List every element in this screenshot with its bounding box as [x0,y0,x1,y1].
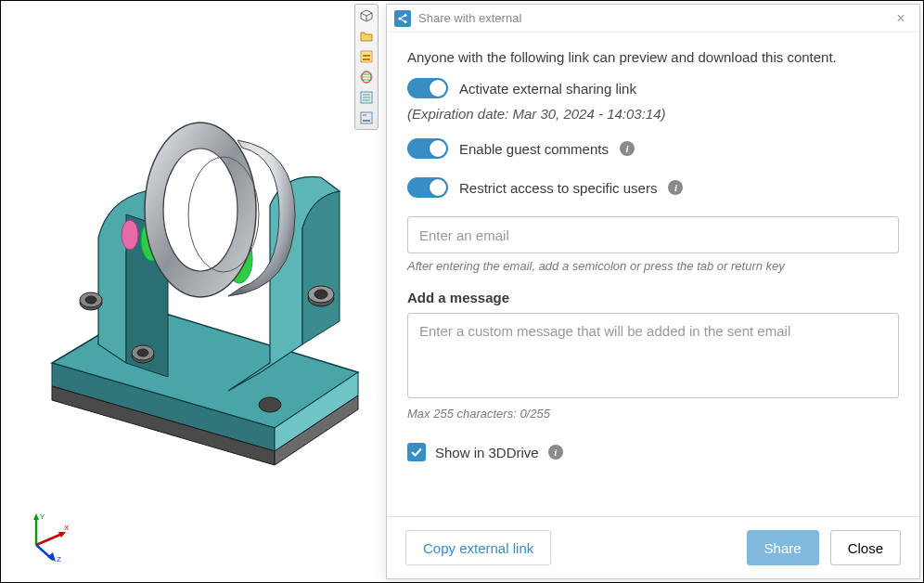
dialog-header: Share with external × [387,5,919,32]
svg-marker-17 [33,513,39,520]
svg-rect-34 [363,114,366,116]
dialog-body: Anyone with the following link can previ… [387,32,919,516]
close-icon[interactable]: × [892,9,910,28]
svg-point-8 [85,296,96,304]
svg-point-15 [259,397,281,412]
axis-triad: Y X Z [18,506,73,562]
viewport-3d[interactable]: Y X Z [1,1,386,582]
tool-panel-icon[interactable] [356,47,377,66]
svg-line-19 [36,534,62,545]
info-icon[interactable]: i [668,180,683,195]
show-in-drive-label: Show in 3DDrive [435,445,539,460]
close-button[interactable]: Close [830,530,901,565]
intro-text: Anyone with the following link can previ… [407,49,899,65]
svg-text:Y: Y [40,512,45,521]
side-toolbar [354,4,379,130]
svg-rect-35 [363,120,370,122]
tool-globe-icon[interactable] [356,68,377,86]
restrict-row: Restrict access to specific users i [407,177,899,198]
restrict-label: Restrict access to specific users [459,180,657,196]
message-textarea[interactable] [407,313,899,398]
share-button[interactable]: Share [747,530,819,565]
tool-cube-icon[interactable] [356,6,377,25]
guest-comments-label: Enable guest comments [459,141,609,157]
guest-comments-toggle[interactable] [407,138,448,159]
info-icon[interactable]: i [548,445,563,460]
show-in-drive-row: Show in 3DDrive i [407,443,899,461]
share-icon [394,10,411,27]
svg-text:Z: Z [57,555,61,562]
email-hint: After entering the email, add a semicolo… [407,259,899,273]
message-section-label: Add a message [407,290,899,305]
activate-toggle[interactable] [407,78,448,98]
expiration-text: (Expiration date: Mar 30, 2024 - 14:03:1… [407,106,899,122]
svg-text:X: X [64,524,70,532]
info-icon[interactable]: i [620,141,635,156]
show-in-drive-checkbox[interactable] [407,443,426,461]
activate-label: Activate external sharing link [459,81,636,97]
tool-settings-icon[interactable] [356,109,377,127]
model-illustration [1,1,386,582]
svg-point-2 [122,220,138,250]
restrict-toggle[interactable] [407,177,448,198]
tool-folder-icon[interactable] [356,27,377,45]
dialog-title: Share with external [418,11,884,25]
email-input[interactable] [407,216,899,253]
svg-point-4 [163,149,237,271]
tool-properties-icon[interactable] [356,88,377,107]
copy-link-button[interactable]: Copy external link [405,530,551,565]
svg-point-14 [314,290,327,299]
char-counter: Max 255 characters: 0/255 [407,407,899,421]
svg-point-11 [137,349,148,356]
activate-row: Activate external sharing link [407,78,899,98]
svg-marker-23 [47,552,56,562]
dialog-footer: Copy external link Share Close [387,516,919,578]
svg-rect-33 [361,112,372,123]
guest-comments-row: Enable guest comments i [407,138,899,159]
svg-rect-26 [363,55,370,57]
share-external-dialog: Share with external × Anyone with the fo… [386,4,920,579]
svg-rect-27 [363,58,370,60]
